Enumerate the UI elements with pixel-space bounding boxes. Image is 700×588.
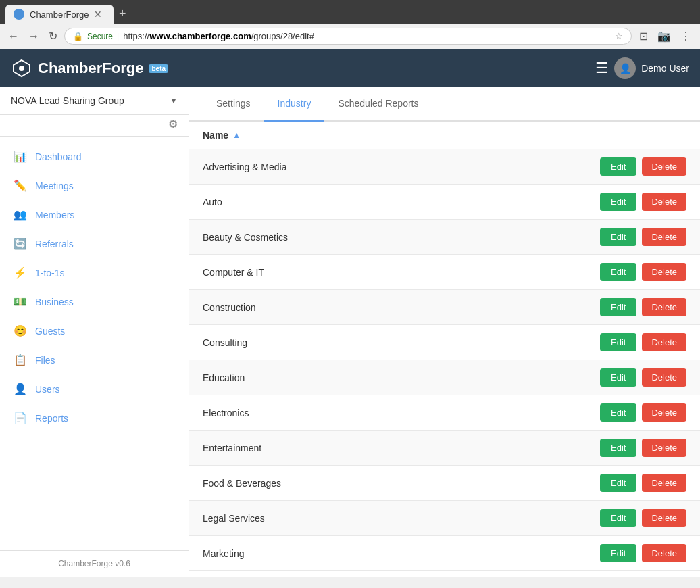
business-icon: 💵 xyxy=(14,295,27,308)
tab-industry[interactable]: Industry xyxy=(264,87,325,122)
edit-button[interactable]: Edit xyxy=(600,263,636,281)
url-secure-label: Secure xyxy=(87,32,113,41)
table-row: Entertainment Edit Delete xyxy=(189,431,700,466)
table-row: Auto Edit Delete xyxy=(189,185,700,220)
sidebar-item-referrals[interactable]: 🔄 Referrals xyxy=(0,229,189,258)
screenshot-btn[interactable]: 📷 xyxy=(654,28,674,44)
table-row: Advertising & Media Edit Delete xyxy=(189,149,700,185)
row-actions: Edit Delete xyxy=(600,439,686,457)
sidebar-item-label: 1-to-1s xyxy=(35,268,65,278)
sidebar-item-guests[interactable]: 😊 Guests xyxy=(0,316,189,345)
delete-button[interactable]: Delete xyxy=(642,157,686,176)
user-avatar: 👤 xyxy=(614,57,636,79)
tab-close-btn[interactable]: ✕ xyxy=(94,9,102,20)
edit-button[interactable]: Edit xyxy=(600,193,636,211)
row-name: Education xyxy=(203,372,600,383)
edit-button[interactable]: Edit xyxy=(600,333,636,351)
edit-button[interactable]: Edit xyxy=(600,544,636,562)
table-row: Consulting Edit Delete xyxy=(189,325,700,360)
delete-button[interactable]: Delete xyxy=(642,474,686,492)
beta-badge: beta xyxy=(149,64,168,73)
table-row: Construction Edit Delete xyxy=(189,290,700,325)
sidebar-item-members[interactable]: 👥 Members xyxy=(0,200,189,229)
settings-gear-icon[interactable]: ⚙ xyxy=(168,118,178,130)
row-name: Auto xyxy=(203,197,600,207)
svg-point-1 xyxy=(19,66,24,71)
address-bar[interactable]: 🔒 Secure | https://www.chamberforge.com/… xyxy=(64,28,632,45)
members-icon: 👥 xyxy=(14,208,27,221)
sidebar-item-label: Users xyxy=(35,384,60,395)
edit-button[interactable]: Edit xyxy=(600,298,636,316)
edit-button[interactable]: Edit xyxy=(600,368,636,387)
sidebar-item-label: Files xyxy=(35,355,55,366)
edit-button[interactable]: Edit xyxy=(600,403,636,422)
delete-button[interactable]: Delete xyxy=(642,263,686,281)
new-tab-btn[interactable]: + xyxy=(114,4,132,24)
edit-button[interactable]: Edit xyxy=(600,228,636,246)
column-name-header[interactable]: Name ▲ xyxy=(203,130,686,141)
sidebar-item-label: Referrals xyxy=(35,239,74,249)
row-actions: Edit Delete xyxy=(600,474,686,492)
delete-button[interactable]: Delete xyxy=(642,368,686,387)
row-actions: Edit Delete xyxy=(600,298,686,316)
delete-button[interactable]: Delete xyxy=(642,544,686,562)
edit-button[interactable]: Edit xyxy=(600,157,636,176)
delete-button[interactable]: Delete xyxy=(642,298,686,316)
delete-button[interactable]: Delete xyxy=(642,403,686,422)
sidebar-item-files[interactable]: 📋 Files xyxy=(0,345,189,374)
sidebar-group-arrow-icon: ▼ xyxy=(170,96,178,105)
more-btn[interactable]: ⋮ xyxy=(677,28,695,44)
row-actions: Edit Delete xyxy=(600,509,686,527)
row-name: Legal Services xyxy=(203,513,600,524)
row-actions: Edit Delete xyxy=(600,368,686,387)
sidebar-item-reports[interactable]: 📄 Reports xyxy=(0,403,189,433)
delete-button[interactable]: Delete xyxy=(642,193,686,211)
delete-button[interactable]: Delete xyxy=(642,439,686,457)
browser-chrome: ChamberForge ✕ + xyxy=(0,0,700,24)
row-actions: Edit Delete xyxy=(600,263,686,281)
sidebar-item-label: Business xyxy=(35,297,74,308)
browser-tab[interactable]: ChamberForge ✕ xyxy=(5,5,114,24)
back-btn[interactable]: ← xyxy=(5,29,22,44)
table-row: Education Edit Delete xyxy=(189,360,700,395)
table-row: Food & Beverages Edit Delete xyxy=(189,466,700,501)
row-actions: Edit Delete xyxy=(600,228,686,246)
hamburger-btn[interactable]: ☰ xyxy=(590,57,614,80)
browser-toolbar: ← → ↻ 🔒 Secure | https://www.chamberforg… xyxy=(0,24,700,49)
browser-action-buttons: ⊡ 📷 ⋮ xyxy=(636,28,695,44)
table-row: Marketing Edit Delete xyxy=(189,536,700,571)
tab-scheduled-reports[interactable]: Scheduled Reports xyxy=(324,87,432,122)
referrals-icon: 🔄 xyxy=(14,237,27,250)
sidebar-item-1to1s[interactable]: ⚡ 1-to-1s xyxy=(0,258,189,287)
guests-icon: 😊 xyxy=(14,324,27,337)
bookmark-icon[interactable]: ☆ xyxy=(615,31,623,41)
row-name: Marketing xyxy=(203,548,600,559)
edit-button[interactable]: Edit xyxy=(600,509,636,527)
lock-icon: 🔒 xyxy=(73,32,83,41)
row-actions: Edit Delete xyxy=(600,157,686,176)
delete-button[interactable]: Delete xyxy=(642,228,686,246)
row-actions: Edit Delete xyxy=(600,193,686,211)
sidebar-item-business[interactable]: 💵 Business xyxy=(0,287,189,316)
sidebar-item-users[interactable]: 👤 Users xyxy=(0,374,189,403)
forward-btn[interactable]: → xyxy=(26,29,42,44)
delete-button[interactable]: Delete xyxy=(642,333,686,351)
user-menu[interactable]: 👤 Demo User xyxy=(614,57,689,79)
content-inner: Settings Industry Scheduled Reports Name… xyxy=(189,87,700,577)
row-actions: Edit Delete xyxy=(600,333,686,351)
table-header: Name ▲ xyxy=(189,122,700,149)
main-layout: NOVA Lead Sharing Group ▼ ⚙ 📊 Dashboard … xyxy=(0,87,700,577)
sidebar-group-name: NOVA Lead Sharing Group xyxy=(11,95,124,106)
cast-btn[interactable]: ⊡ xyxy=(636,28,651,44)
tab-settings[interactable]: Settings xyxy=(203,87,264,122)
edit-button[interactable]: Edit xyxy=(600,439,636,457)
url-path: /groups/28/edit# xyxy=(251,31,314,41)
sidebar-item-dashboard[interactable]: 📊 Dashboard xyxy=(0,142,189,171)
sidebar-item-meetings[interactable]: ✏️ Meetings xyxy=(0,171,189,200)
sidebar-item-label: Meetings xyxy=(35,180,74,191)
main-content: Settings Industry Scheduled Reports Name… xyxy=(189,87,700,577)
logo-icon xyxy=(11,57,32,79)
edit-button[interactable]: Edit xyxy=(600,474,636,492)
delete-button[interactable]: Delete xyxy=(642,509,686,527)
reload-btn[interactable]: ↻ xyxy=(46,28,60,44)
